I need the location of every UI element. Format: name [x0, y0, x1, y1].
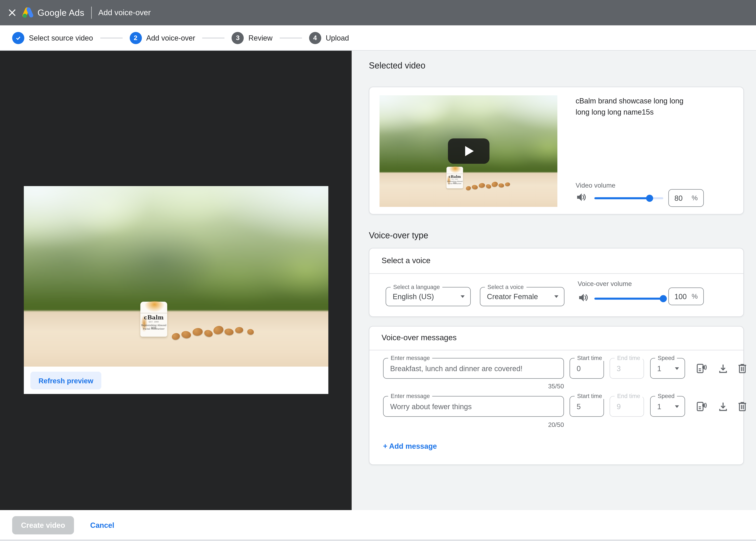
delete-icon[interactable] [736, 400, 748, 413]
selected-video-heading: Selected video [369, 61, 425, 71]
end-time-field: End time [610, 396, 644, 417]
language-select[interactable]: Select a language English (US) [385, 287, 471, 306]
step-label: Select source video [29, 34, 93, 42]
product-jar: cBalm EST. 1990 Replenishing Almond Milk… [140, 302, 167, 337]
chevron-down-icon [554, 295, 558, 298]
voice-over-volume-label: Voice-over volume [578, 280, 632, 287]
step-label: Upload [326, 34, 349, 42]
bottom-divider [0, 539, 756, 541]
step-check-icon [12, 32, 24, 44]
download-icon[interactable] [717, 362, 729, 375]
voice-select-value: Creator Female [487, 287, 538, 306]
message-field[interactable]: Enter message [383, 396, 564, 417]
preview-actions: Refresh preview [24, 366, 328, 394]
connector-line [280, 37, 302, 38]
message-field[interactable]: Enter message [383, 358, 564, 379]
download-icon[interactable] [717, 400, 729, 413]
page-title: Add voice-over [98, 0, 151, 25]
voice-over-volume-input[interactable]: 100 % [668, 287, 704, 305]
play-button[interactable] [448, 139, 489, 164]
connector-line [100, 37, 123, 38]
step-label: Review [248, 34, 273, 42]
footer: Create video Cancel [0, 510, 756, 541]
video-title: cBalm brand showcase long long long long… [576, 96, 728, 118]
stepper: Select source video 2 Add voice-over 3 R… [0, 25, 756, 51]
refresh-preview-button[interactable]: Refresh preview [30, 372, 102, 389]
video-volume-input[interactable]: 80 % [668, 189, 704, 207]
add-voice-over-dialog: Google Ads Add voice-over Select source … [0, 0, 756, 541]
product-jar: cBalm EST. 1990 Replenishing Almond Milk… [446, 167, 463, 189]
message-input[interactable] [383, 396, 564, 416]
create-video-button[interactable]: Create video [12, 516, 74, 534]
slider-knob[interactable] [646, 195, 653, 202]
preview-panel: cBalm EST. 1990 Replenishing Almond Milk… [0, 51, 352, 510]
chevron-down-icon [461, 295, 465, 298]
select-voice-card: Select a voice Select a language English… [369, 248, 744, 317]
speed-field[interactable]: Speed 1 [650, 358, 685, 379]
step-review[interactable]: 3 Review [232, 32, 273, 44]
settings-panel: Selected video [352, 51, 756, 510]
chevron-down-icon [675, 367, 679, 370]
jar-line2: Facial Moisturizer [140, 327, 167, 330]
speed-value: 1 [657, 396, 661, 416]
chevron-down-icon [675, 405, 679, 408]
delete-icon[interactable] [736, 362, 748, 375]
step-label: Add voice-over [146, 34, 195, 42]
messages-card: Voice-over messages Enter message Start … [369, 326, 744, 465]
messages-card-title: Voice-over messages [381, 333, 457, 342]
header-divider [91, 7, 92, 19]
video-volume-label: Video volume [576, 182, 616, 189]
start-time-field[interactable]: Start time [570, 396, 604, 417]
card-divider [370, 350, 743, 350]
message-input[interactable] [383, 358, 564, 378]
speed-value: 1 [657, 358, 661, 378]
start-time-input[interactable] [570, 396, 604, 416]
char-counter: 35/50 [518, 383, 564, 390]
select-voice-card-title: Select a voice [381, 256, 430, 265]
preview-card: cBalm EST. 1990 Replenishing Almond Milk… [24, 186, 328, 394]
preview-image: cBalm EST. 1990 Replenishing Almond Milk… [24, 186, 328, 366]
connector-line [202, 37, 225, 38]
step-number: 2 [129, 32, 142, 44]
selected-video-card: cBalm EST. 1990 Replenishing Almond Milk… [369, 87, 744, 215]
jar-brand: cBalm [140, 314, 167, 321]
google-ads-logo-text: Google Ads [38, 0, 84, 25]
percent-sign: % [692, 194, 698, 202]
step-select-source-video[interactable]: Select source video [12, 32, 93, 44]
speaker-icon [576, 192, 587, 203]
speed-field[interactable]: Speed 1 [650, 396, 685, 417]
close-icon[interactable] [8, 9, 16, 17]
google-ads-logo-icon [22, 7, 33, 18]
voice-over-type-heading: Voice-over type [369, 231, 428, 241]
add-message-button[interactable]: + Add message [383, 442, 437, 450]
slider-knob[interactable] [660, 295, 667, 302]
end-time-field: End time [610, 358, 644, 379]
top-bar: Google Ads Add voice-over [0, 0, 756, 25]
step-add-voice-over[interactable]: 2 Add voice-over [129, 32, 195, 44]
start-time-field[interactable]: Start time [570, 358, 604, 379]
char-counter: 20/50 [518, 421, 564, 428]
start-time-input[interactable] [570, 358, 604, 378]
card-divider [370, 273, 743, 274]
end-time-input [610, 396, 643, 416]
listen-icon[interactable] [696, 400, 708, 413]
speaker-icon [578, 292, 589, 303]
step-number: 3 [232, 32, 244, 44]
video-volume-slider[interactable] [594, 197, 663, 199]
step-number: 4 [309, 32, 321, 44]
language-select-value: English (US) [393, 287, 434, 306]
video-thumbnail[interactable]: cBalm EST. 1990 Replenishing Almond Milk… [379, 95, 557, 207]
play-icon [465, 146, 474, 156]
voice-over-volume-slider[interactable] [594, 297, 663, 300]
cancel-button[interactable]: Cancel [90, 516, 114, 534]
listen-icon[interactable] [696, 362, 708, 375]
end-time-input [610, 358, 643, 378]
voice-select[interactable]: Select a voice Creator Female [480, 287, 565, 306]
step-upload[interactable]: 4 Upload [309, 32, 349, 44]
percent-sign: % [692, 292, 698, 300]
jar-est: EST. 1990 [140, 321, 167, 323]
